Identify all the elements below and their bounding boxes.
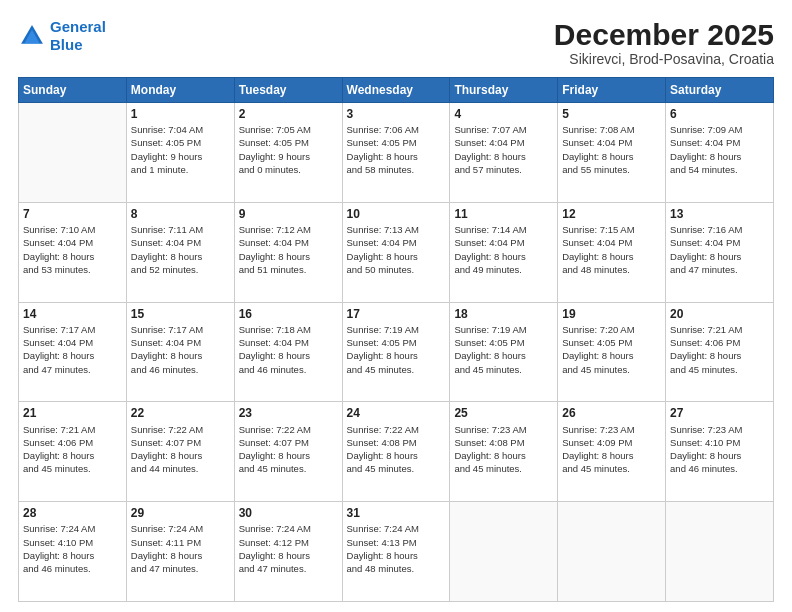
day-number: 18: [454, 306, 553, 322]
calendar-cell: 29Sunrise: 7:24 AM Sunset: 4:11 PM Dayli…: [126, 502, 234, 602]
calendar-cell: 19Sunrise: 7:20 AM Sunset: 4:05 PM Dayli…: [558, 302, 666, 402]
calendar-cell: 25Sunrise: 7:23 AM Sunset: 4:08 PM Dayli…: [450, 402, 558, 502]
col-tuesday: Tuesday: [234, 78, 342, 103]
col-thursday: Thursday: [450, 78, 558, 103]
day-number: 29: [131, 505, 230, 521]
calendar-cell: 14Sunrise: 7:17 AM Sunset: 4:04 PM Dayli…: [19, 302, 127, 402]
day-info: Sunrise: 7:21 AM Sunset: 4:06 PM Dayligh…: [23, 423, 122, 476]
day-number: 16: [239, 306, 338, 322]
col-friday: Friday: [558, 78, 666, 103]
day-number: 28: [23, 505, 122, 521]
day-number: 20: [670, 306, 769, 322]
calendar-cell: 9Sunrise: 7:12 AM Sunset: 4:04 PM Daylig…: [234, 202, 342, 302]
calendar-cell: 12Sunrise: 7:15 AM Sunset: 4:04 PM Dayli…: [558, 202, 666, 302]
col-wednesday: Wednesday: [342, 78, 450, 103]
calendar-cell: 27Sunrise: 7:23 AM Sunset: 4:10 PM Dayli…: [666, 402, 774, 502]
calendar-cell: 11Sunrise: 7:14 AM Sunset: 4:04 PM Dayli…: [450, 202, 558, 302]
day-number: 12: [562, 206, 661, 222]
logo-text: General Blue: [50, 18, 106, 54]
day-info: Sunrise: 7:23 AM Sunset: 4:10 PM Dayligh…: [670, 423, 769, 476]
calendar-cell: [666, 502, 774, 602]
header: General Blue December 2025 Sikirevci, Br…: [18, 18, 774, 67]
day-info: Sunrise: 7:10 AM Sunset: 4:04 PM Dayligh…: [23, 223, 122, 276]
day-info: Sunrise: 7:07 AM Sunset: 4:04 PM Dayligh…: [454, 123, 553, 176]
calendar-cell: 8Sunrise: 7:11 AM Sunset: 4:04 PM Daylig…: [126, 202, 234, 302]
calendar-cell: [558, 502, 666, 602]
logo: General Blue: [18, 18, 106, 54]
day-number: 9: [239, 206, 338, 222]
day-info: Sunrise: 7:23 AM Sunset: 4:09 PM Dayligh…: [562, 423, 661, 476]
day-info: Sunrise: 7:12 AM Sunset: 4:04 PM Dayligh…: [239, 223, 338, 276]
calendar-cell: 2Sunrise: 7:05 AM Sunset: 4:05 PM Daylig…: [234, 103, 342, 203]
day-number: 23: [239, 405, 338, 421]
col-saturday: Saturday: [666, 78, 774, 103]
day-info: Sunrise: 7:17 AM Sunset: 4:04 PM Dayligh…: [131, 323, 230, 376]
calendar-cell: 17Sunrise: 7:19 AM Sunset: 4:05 PM Dayli…: [342, 302, 450, 402]
calendar-cell: 7Sunrise: 7:10 AM Sunset: 4:04 PM Daylig…: [19, 202, 127, 302]
calendar-cell: 4Sunrise: 7:07 AM Sunset: 4:04 PM Daylig…: [450, 103, 558, 203]
day-number: 2: [239, 106, 338, 122]
calendar-cell: 31Sunrise: 7:24 AM Sunset: 4:13 PM Dayli…: [342, 502, 450, 602]
col-monday: Monday: [126, 78, 234, 103]
calendar-cell: 23Sunrise: 7:22 AM Sunset: 4:07 PM Dayli…: [234, 402, 342, 502]
day-info: Sunrise: 7:19 AM Sunset: 4:05 PM Dayligh…: [454, 323, 553, 376]
day-number: 7: [23, 206, 122, 222]
day-info: Sunrise: 7:05 AM Sunset: 4:05 PM Dayligh…: [239, 123, 338, 176]
day-info: Sunrise: 7:24 AM Sunset: 4:11 PM Dayligh…: [131, 522, 230, 575]
day-number: 21: [23, 405, 122, 421]
day-number: 10: [347, 206, 446, 222]
title-block: December 2025 Sikirevci, Brod-Posavina, …: [554, 18, 774, 67]
day-info: Sunrise: 7:09 AM Sunset: 4:04 PM Dayligh…: [670, 123, 769, 176]
calendar-cell: 26Sunrise: 7:23 AM Sunset: 4:09 PM Dayli…: [558, 402, 666, 502]
day-number: 17: [347, 306, 446, 322]
calendar-week-row: 28Sunrise: 7:24 AM Sunset: 4:10 PM Dayli…: [19, 502, 774, 602]
calendar-cell: 20Sunrise: 7:21 AM Sunset: 4:06 PM Dayli…: [666, 302, 774, 402]
day-info: Sunrise: 7:24 AM Sunset: 4:13 PM Dayligh…: [347, 522, 446, 575]
calendar-cell: [19, 103, 127, 203]
day-number: 31: [347, 505, 446, 521]
calendar-cell: 28Sunrise: 7:24 AM Sunset: 4:10 PM Dayli…: [19, 502, 127, 602]
day-info: Sunrise: 7:24 AM Sunset: 4:10 PM Dayligh…: [23, 522, 122, 575]
calendar-table: Sunday Monday Tuesday Wednesday Thursday…: [18, 77, 774, 602]
day-number: 1: [131, 106, 230, 122]
day-number: 27: [670, 405, 769, 421]
calendar-cell: [450, 502, 558, 602]
day-info: Sunrise: 7:22 AM Sunset: 4:07 PM Dayligh…: [239, 423, 338, 476]
calendar-week-row: 21Sunrise: 7:21 AM Sunset: 4:06 PM Dayli…: [19, 402, 774, 502]
day-info: Sunrise: 7:24 AM Sunset: 4:12 PM Dayligh…: [239, 522, 338, 575]
day-number: 14: [23, 306, 122, 322]
day-number: 24: [347, 405, 446, 421]
day-number: 25: [454, 405, 553, 421]
day-info: Sunrise: 7:08 AM Sunset: 4:04 PM Dayligh…: [562, 123, 661, 176]
day-number: 11: [454, 206, 553, 222]
logo-icon: [18, 22, 46, 50]
day-info: Sunrise: 7:13 AM Sunset: 4:04 PM Dayligh…: [347, 223, 446, 276]
calendar-week-row: 7Sunrise: 7:10 AM Sunset: 4:04 PM Daylig…: [19, 202, 774, 302]
day-info: Sunrise: 7:15 AM Sunset: 4:04 PM Dayligh…: [562, 223, 661, 276]
day-info: Sunrise: 7:21 AM Sunset: 4:06 PM Dayligh…: [670, 323, 769, 376]
day-info: Sunrise: 7:06 AM Sunset: 4:05 PM Dayligh…: [347, 123, 446, 176]
day-info: Sunrise: 7:22 AM Sunset: 4:07 PM Dayligh…: [131, 423, 230, 476]
day-info: Sunrise: 7:23 AM Sunset: 4:08 PM Dayligh…: [454, 423, 553, 476]
day-number: 5: [562, 106, 661, 122]
day-info: Sunrise: 7:14 AM Sunset: 4:04 PM Dayligh…: [454, 223, 553, 276]
day-number: 26: [562, 405, 661, 421]
day-number: 8: [131, 206, 230, 222]
calendar-header-row: Sunday Monday Tuesday Wednesday Thursday…: [19, 78, 774, 103]
calendar-cell: 15Sunrise: 7:17 AM Sunset: 4:04 PM Dayli…: [126, 302, 234, 402]
calendar-cell: 21Sunrise: 7:21 AM Sunset: 4:06 PM Dayli…: [19, 402, 127, 502]
day-number: 6: [670, 106, 769, 122]
day-info: Sunrise: 7:22 AM Sunset: 4:08 PM Dayligh…: [347, 423, 446, 476]
calendar-cell: 10Sunrise: 7:13 AM Sunset: 4:04 PM Dayli…: [342, 202, 450, 302]
calendar-cell: 5Sunrise: 7:08 AM Sunset: 4:04 PM Daylig…: [558, 103, 666, 203]
day-number: 15: [131, 306, 230, 322]
day-number: 3: [347, 106, 446, 122]
day-info: Sunrise: 7:18 AM Sunset: 4:04 PM Dayligh…: [239, 323, 338, 376]
calendar-week-row: 1Sunrise: 7:04 AM Sunset: 4:05 PM Daylig…: [19, 103, 774, 203]
day-info: Sunrise: 7:16 AM Sunset: 4:04 PM Dayligh…: [670, 223, 769, 276]
logo-line2: Blue: [50, 36, 83, 53]
calendar-cell: 1Sunrise: 7:04 AM Sunset: 4:05 PM Daylig…: [126, 103, 234, 203]
day-info: Sunrise: 7:20 AM Sunset: 4:05 PM Dayligh…: [562, 323, 661, 376]
calendar-title: December 2025: [554, 18, 774, 51]
day-number: 19: [562, 306, 661, 322]
